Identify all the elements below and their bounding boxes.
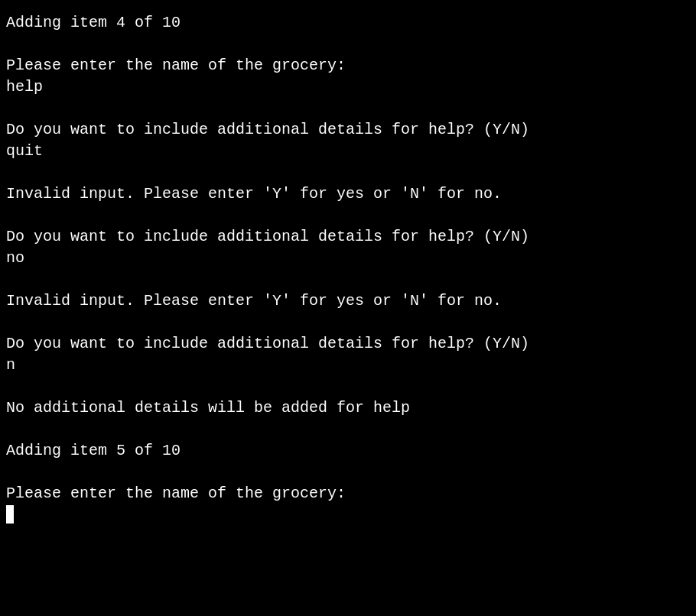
cursor-block <box>6 505 14 524</box>
terminal-output: Please enter the name of the grocery: <box>6 55 690 76</box>
terminal-output: Adding item 5 of 10 <box>6 440 690 462</box>
terminal-input: help <box>6 76 690 98</box>
terminal-spacer <box>6 376 690 397</box>
terminal-spacer <box>6 34 690 55</box>
terminal-spacer <box>6 205 690 226</box>
terminal-output: Please enter the name of the grocery: <box>6 483 690 504</box>
terminal-spacer <box>6 419 690 440</box>
terminal-spacer <box>6 462 690 483</box>
terminal-input: no <box>6 248 690 269</box>
terminal-container: Adding item 4 of 10Please enter the name… <box>6 12 690 526</box>
terminal-output: Invalid input. Please enter 'Y' for yes … <box>6 290 690 312</box>
terminal-output: Do you want to include additional detail… <box>6 333 690 355</box>
terminal-spacer <box>6 98 690 119</box>
terminal-output: Do you want to include additional detail… <box>6 226 690 248</box>
terminal-spacer <box>6 312 690 333</box>
terminal-output: No additional details will be added for … <box>6 397 690 419</box>
terminal-input: quit <box>6 141 690 162</box>
terminal-input-cursor <box>6 504 690 526</box>
terminal-output: Invalid input. Please enter 'Y' for yes … <box>6 183 690 205</box>
terminal-spacer <box>6 269 690 290</box>
terminal-spacer <box>6 162 690 183</box>
terminal-output: Adding item 4 of 10 <box>6 12 690 34</box>
terminal-output: Do you want to include additional detail… <box>6 119 690 141</box>
terminal-input: n <box>6 355 690 376</box>
